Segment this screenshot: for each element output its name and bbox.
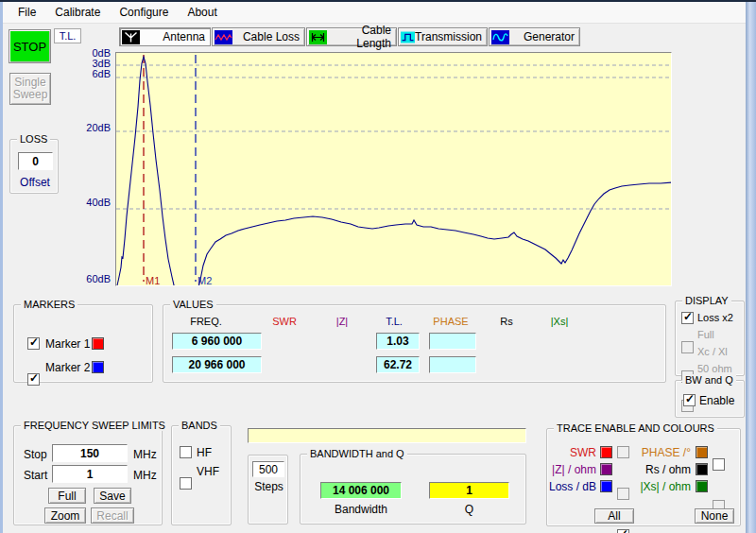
trace-loss-swatch[interactable] [600, 480, 612, 492]
loss-group: LOSS 0 Offset [9, 139, 59, 194]
save-button[interactable]: Save [94, 488, 131, 504]
toolbar-antenna-label: Antenna [140, 30, 210, 43]
markers-group-title: MARKERS [21, 299, 77, 310]
display-50ohm-label: 50 ohm [697, 363, 732, 374]
trace-swr-checkbox[interactable] [617, 446, 629, 458]
steps-group: 500 Steps [248, 455, 288, 524]
loss-offset-label: Offset [10, 176, 60, 189]
marker2-freq-value: 20 966 000 [172, 356, 262, 373]
antenna-icon [122, 30, 140, 44]
sweep-limits-title: FREQUENCY SWEEP LIMITS [21, 420, 168, 431]
display-full-checkbox[interactable] [681, 341, 694, 353]
menu-calibrate[interactable]: Calibrate [45, 2, 110, 23]
trace-all-button[interactable]: All [594, 508, 634, 524]
stop-button[interactable]: STOP [9, 29, 51, 63]
bwq-enable-checkbox[interactable] [683, 394, 696, 406]
mode-toolbar: Antenna Cable Loss Cable Length Transmis… [119, 27, 581, 46]
toolbar-generator-label: Generator [509, 30, 579, 43]
cable-loss-icon [215, 30, 232, 44]
ytick-20db: 20dB [82, 122, 111, 133]
marker2-color-swatch[interactable] [92, 361, 104, 373]
app-window: File Calibrate Configure About STOP Sing… [0, 0, 756, 533]
trace-xs-label: |Xs| / ohm [634, 480, 691, 493]
trace-rs-swatch[interactable] [696, 463, 708, 475]
values-header-phase: PHASE [433, 316, 468, 327]
loss-chart-plot-area[interactable]: M1M2 [115, 52, 672, 286]
trace-z-swatch[interactable] [600, 463, 612, 475]
toolbar-antenna-button[interactable]: Antenna [119, 27, 211, 46]
trace-loss-checkbox[interactable] [617, 529, 629, 533]
bandwidth-q-title: BANDWIDTH and Q [307, 448, 407, 459]
trace-none-button[interactable]: None [695, 508, 734, 524]
loss-trace-chart: M1M2 [116, 53, 671, 285]
toolbar-generator-button[interactable]: Generator [489, 27, 580, 46]
menu-configure[interactable]: Configure [110, 2, 178, 23]
loss-offset-input[interactable]: 0 [18, 152, 53, 170]
ytick-6db: 6dB [82, 68, 111, 79]
display-group: DISPLAY Loss x2 Full Xc / Xl 50 ohm [675, 301, 745, 376]
start-freq-input[interactable]: 1 [52, 465, 128, 483]
display-full-label: Full [697, 329, 714, 340]
trace-swr-label: SWR [547, 446, 596, 459]
display-xcxl-label: Xc / Xl [697, 346, 728, 357]
ytick-40db: 40dB [82, 197, 111, 208]
display-lossx2-checkbox[interactable] [681, 312, 694, 324]
marker1-freq-value: 6 960 000 [172, 333, 262, 350]
trace-phase-swatch[interactable] [696, 446, 708, 458]
toolbar-cable-length-button[interactable]: Cable Length [306, 27, 397, 46]
recall-button[interactable]: Recall [91, 507, 134, 524]
bandwidth-q-group: BANDWIDTH and Q 14 006 000 Bandwidth 1 Q [300, 454, 526, 524]
toolbar-cable-loss-label: Cable Loss [232, 30, 304, 43]
transmission-icon [401, 30, 415, 44]
values-header-z: |Z| [336, 316, 348, 327]
band-vhf-checkbox[interactable] [180, 477, 192, 490]
trace-colours-group: TRACE ENABLE AND COLOURS SWR PHASE /° |Z… [546, 428, 741, 526]
window-border-left [0, 2, 3, 533]
toolbar-cable-loss-button[interactable]: Cable Loss [212, 27, 305, 46]
values-header-xs: |Xs| [551, 316, 569, 327]
trace-phase-checkbox[interactable] [713, 458, 725, 471]
loss-group-title: LOSS [17, 133, 50, 145]
bands-group-title: BANDS [179, 420, 220, 431]
band-hf-checkbox[interactable] [180, 446, 192, 458]
sweep-limits-group: FREQUENCY SWEEP LIMITS Stop 150 MHz Star… [13, 425, 163, 525]
generator-icon [491, 30, 509, 44]
window-border-right[interactable] [746, 2, 756, 533]
ytick-60db: 60dB [82, 273, 111, 284]
bands-group: BANDS HF VHF [171, 425, 232, 525]
full-button[interactable]: Full [48, 488, 86, 504]
trace-z-label: |Z| / ohm [547, 463, 596, 476]
marker2-label: Marker 2 [45, 361, 90, 374]
trace-loss-label: Loss / dB [547, 480, 596, 493]
menu-file[interactable]: File [9, 2, 45, 23]
toolbar-transmission-button[interactable]: Transmission [398, 27, 488, 46]
stop-unit-label: MHz [133, 448, 157, 461]
marker1-tl-value: 1.03 [376, 333, 420, 350]
toolbar-transmission-label: Transmission [415, 30, 487, 43]
trace-swr-swatch[interactable] [600, 446, 612, 458]
menu-about[interactable]: About [178, 2, 226, 23]
marker1-checkbox[interactable] [27, 337, 40, 350]
sweep-progress-bar [248, 428, 526, 443]
bwq-group: BW and Q Enable [675, 380, 745, 418]
trace-rs-label: Rs / ohm [634, 463, 691, 476]
marker1-color-swatch[interactable] [92, 337, 104, 350]
zoom-button[interactable]: Zoom [44, 507, 86, 524]
start-unit-label: MHz [133, 469, 157, 482]
band-vhf-label: VHF [197, 465, 219, 478]
marker2-phase-value [429, 356, 476, 373]
marker2-checkbox[interactable] [27, 373, 40, 386]
trace-z-checkbox[interactable] [617, 488, 629, 500]
marker2-tl-value: 62.72 [376, 356, 420, 373]
steps-label: Steps [249, 480, 289, 493]
tl-axis-title: T.L. [54, 28, 81, 43]
stop-freq-input[interactable]: 150 [52, 444, 128, 462]
values-group-title: VALUES [170, 299, 216, 310]
values-header-tl: T.L. [386, 316, 403, 327]
trace-xs-swatch[interactable] [696, 480, 708, 492]
menu-bar: File Calibrate Configure About [3, 2, 746, 24]
bwq-group-title: BW and Q [682, 374, 736, 386]
steps-input[interactable]: 500 [252, 461, 284, 477]
single-sweep-button[interactable]: Single Sweep [9, 73, 51, 105]
toolbar-cable-length-label: Cable Length [327, 24, 396, 50]
